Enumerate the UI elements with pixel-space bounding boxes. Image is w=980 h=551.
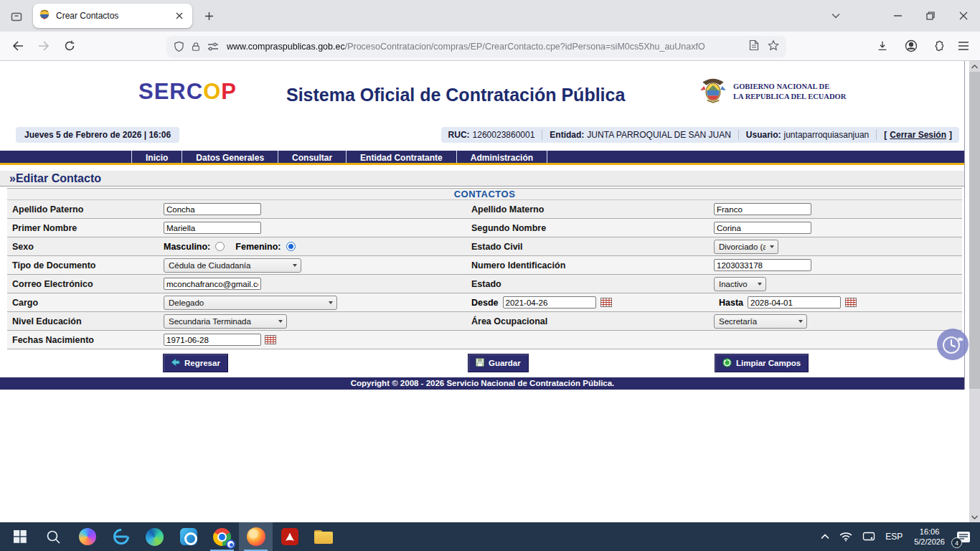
calendar-icon[interactable] bbox=[600, 298, 612, 307]
apellido-materno-label: Apellido Materno bbox=[466, 200, 714, 218]
form-row-educacion-area: Nivel Educación Secundaria Terminada Áre… bbox=[7, 312, 962, 331]
segundo-nombre-label: Segundo Nombre bbox=[466, 219, 714, 237]
forward-button[interactable] bbox=[33, 35, 55, 57]
downloads-icon[interactable] bbox=[872, 35, 893, 57]
account-icon[interactable] bbox=[900, 35, 922, 57]
vertical-scrollbar[interactable] bbox=[969, 61, 980, 522]
extensions-icon[interactable] bbox=[928, 35, 949, 57]
form-row-correo-estado: Correo Electrónico Estado Inactivo bbox=[7, 275, 962, 293]
estado-civil-select[interactable]: Divorciado (a) bbox=[714, 240, 778, 254]
usuario-info: Usuario:juntaparroquiasanjuan bbox=[738, 130, 876, 140]
taskbar-edge-icon[interactable] bbox=[138, 522, 171, 551]
estado-select[interactable]: Inactivo bbox=[714, 277, 766, 291]
hasta-input[interactable] bbox=[748, 296, 841, 309]
area-ocupacional-select[interactable]: Secretaría bbox=[714, 314, 807, 329]
gov-text-line2: LA REPUBLICA DEL ECUADOR bbox=[733, 92, 846, 102]
taskbar-chrome-icon[interactable] bbox=[205, 522, 239, 551]
fecha-nacimiento-input[interactable] bbox=[164, 334, 261, 346]
logout-bracket-open: [ bbox=[884, 130, 887, 140]
shield-icon[interactable] bbox=[174, 41, 184, 52]
cargo-select[interactable]: Delegado bbox=[164, 296, 337, 310]
logout-link[interactable]: Cerrar Sesión bbox=[890, 130, 946, 140]
nivel-educacion-select[interactable]: Secundaria Terminada bbox=[164, 314, 287, 329]
scrollbar-thumb[interactable] bbox=[969, 72, 980, 389]
language-indicator[interactable]: ESP bbox=[880, 522, 908, 551]
numero-identificacion-input[interactable] bbox=[714, 259, 811, 271]
window-restore-button[interactable] bbox=[914, 0, 947, 32]
floating-timer-widget[interactable] bbox=[937, 329, 969, 360]
scroll-up-icon[interactable] bbox=[969, 61, 980, 72]
tipo-documento-select[interactable]: Cédula de Ciudadanía bbox=[164, 258, 301, 273]
taskbar-outlook-icon[interactable] bbox=[171, 522, 205, 551]
primer-nombre-input[interactable] bbox=[164, 222, 261, 234]
permissions-icon[interactable] bbox=[207, 42, 219, 52]
browser-tab[interactable]: Crear Contactos bbox=[33, 4, 192, 28]
regresar-button[interactable]: Regresar bbox=[163, 354, 228, 372]
url-path: /ProcesoContratacion/compras/EP/CrearCon… bbox=[345, 42, 705, 52]
wifi-icon[interactable] bbox=[834, 522, 857, 551]
nav-entidad-contratante[interactable]: Entidad Contratante bbox=[346, 151, 456, 163]
form-actions: Regresar Guardar Limpiar Campos bbox=[0, 354, 969, 373]
segundo-nombre-input[interactable] bbox=[714, 222, 811, 234]
site-footer: Copyright © 2008 - 2026 Servicio Naciona… bbox=[0, 377, 965, 390]
tab-close-icon[interactable] bbox=[172, 9, 187, 23]
limpiar-campos-button[interactable]: Limpiar Campos bbox=[715, 354, 809, 372]
start-button[interactable] bbox=[3, 522, 37, 551]
chevron-down-icon bbox=[758, 283, 762, 286]
reader-view-icon[interactable] bbox=[749, 39, 759, 54]
url-domain: www.compraspublicas.gob.ec bbox=[227, 42, 345, 52]
taskbar-clock[interactable]: 16:06 5/2/2026 bbox=[908, 527, 951, 547]
screen-cast-icon[interactable] bbox=[857, 522, 880, 551]
sexo-femenino-radio[interactable] bbox=[286, 242, 296, 251]
url-bar[interactable]: www.compraspublicas.gob.ec/ProcesoContra… bbox=[166, 36, 786, 57]
hasta-label: Hasta bbox=[719, 298, 743, 308]
new-tab-button[interactable] bbox=[198, 5, 220, 27]
screen: Crear Contactos bbox=[0, 0, 980, 551]
scroll-down-icon[interactable] bbox=[969, 512, 980, 522]
taskbar-copilot-icon[interactable] bbox=[70, 522, 104, 551]
logout-segment: [Cerrar Sesión] bbox=[876, 130, 959, 140]
notification-center-icon[interactable]: 4 bbox=[951, 522, 976, 551]
nav-datos-generales[interactable]: Datos Generales bbox=[182, 151, 278, 163]
calendar-icon[interactable] bbox=[845, 298, 857, 307]
guardar-button[interactable]: Guardar bbox=[468, 354, 529, 372]
desde-cell: Desde bbox=[466, 293, 714, 311]
taskbar-firefox-icon[interactable] bbox=[239, 522, 273, 551]
firefox-view-icon[interactable] bbox=[6, 5, 27, 27]
reload-button[interactable] bbox=[59, 35, 80, 57]
nav-administracion[interactable]: Administración bbox=[456, 151, 547, 163]
desde-label: Desde bbox=[471, 298, 499, 308]
chevron-down-icon bbox=[293, 264, 297, 267]
sexo-masculino-radio[interactable] bbox=[215, 242, 225, 251]
apellido-paterno-input[interactable] bbox=[164, 203, 261, 215]
lock-icon[interactable] bbox=[191, 41, 201, 52]
nav-consultar[interactable]: Consultar bbox=[278, 151, 346, 163]
taskbar-internet-explorer-icon[interactable] bbox=[104, 522, 138, 551]
window-close-button[interactable] bbox=[947, 0, 980, 32]
back-button[interactable] bbox=[7, 35, 29, 57]
desde-input[interactable] bbox=[503, 296, 596, 309]
correo-label: Correo Electrónico bbox=[7, 275, 164, 293]
window-minimize-button[interactable] bbox=[881, 0, 914, 32]
nav-inicio[interactable]: Inicio bbox=[131, 151, 182, 163]
apellido-materno-input[interactable] bbox=[714, 203, 811, 215]
menu-icon[interactable] bbox=[953, 35, 974, 57]
sercop-logo-o: O bbox=[203, 79, 221, 104]
save-icon bbox=[476, 358, 484, 368]
tipo-documento-label: Tipo de Documento bbox=[7, 256, 164, 274]
entidad-info: Entidad:JUNTA PARROQUIAL DE SAN JUAN bbox=[542, 130, 738, 140]
taskbar-date: 5/2/2026 bbox=[914, 537, 945, 547]
taskbar-search-icon[interactable] bbox=[37, 522, 70, 551]
taskbar-time: 16:06 bbox=[914, 527, 945, 537]
form-row-sexo-estadocivil: Sexo Masculino: Femenino: Estado Civil D… bbox=[7, 237, 962, 256]
tab-overflow-chevron-icon[interactable] bbox=[825, 5, 847, 27]
chevron-down-icon bbox=[798, 320, 803, 323]
correo-input[interactable] bbox=[164, 278, 261, 290]
gov-logo: GOBIERNO NACIONAL DE LA REPUBLICA DEL EC… bbox=[698, 75, 846, 108]
browser-toolbar: www.compraspublicas.gob.ec/ProcesoContra… bbox=[0, 32, 980, 61]
bookmark-star-icon[interactable] bbox=[768, 39, 779, 54]
tray-chevron-up-icon[interactable] bbox=[816, 522, 834, 551]
taskbar-acrobat-icon[interactable] bbox=[273, 522, 306, 551]
taskbar-file-explorer-icon[interactable] bbox=[306, 522, 340, 551]
calendar-icon[interactable] bbox=[265, 335, 276, 344]
